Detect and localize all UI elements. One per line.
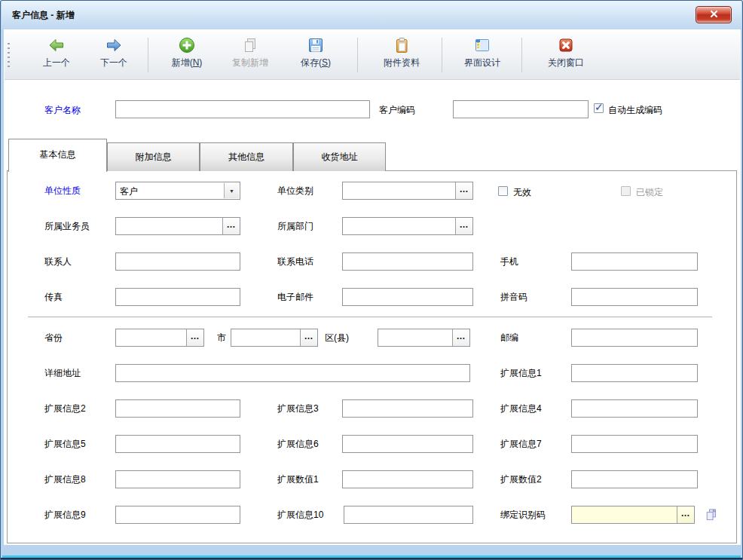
department-label: 所属部门 <box>277 221 313 231</box>
ext8-input[interactable] <box>116 471 240 488</box>
save-button[interactable]: 保存(S) <box>285 35 347 76</box>
ext2-input[interactable] <box>116 400 240 417</box>
tab-other-info[interactable]: 其他信息 <box>200 142 293 171</box>
copy-binding-code-icon[interactable] <box>704 507 719 522</box>
close-window-label: 关闭窗口 <box>530 57 601 69</box>
fax-field[interactable] <box>115 288 240 306</box>
ext3-field[interactable] <box>342 399 473 418</box>
customer-code-label: 客户编码 <box>379 105 415 115</box>
window-design-icon <box>473 36 491 54</box>
phone-input[interactable] <box>343 253 472 270</box>
ellipsis-button[interactable]: … <box>452 329 469 346</box>
ext5-field[interactable] <box>115 435 240 453</box>
customer-info-window: 客户信息 - 新增 上一个 下一个 <box>0 0 743 560</box>
ext7-input[interactable] <box>572 436 697 452</box>
ext1-field[interactable] <box>571 364 698 382</box>
extnum1-input[interactable] <box>343 471 472 488</box>
pinyin-field[interactable] <box>571 288 698 306</box>
ext5-label: 扩展信息5 <box>44 439 86 449</box>
arrow-right-icon <box>105 36 123 54</box>
ext2-field[interactable] <box>115 399 240 418</box>
department-field[interactable]: … <box>342 217 473 235</box>
ext4-input[interactable] <box>572 400 697 417</box>
ext8-field[interactable] <box>115 470 240 488</box>
zipcode-input[interactable] <box>572 329 697 346</box>
city-field[interactable]: … <box>231 329 318 347</box>
ui-design-button[interactable]: 界面设计 <box>449 35 515 76</box>
toolbar-grip-handle[interactable] <box>7 41 11 69</box>
province-field[interactable]: … <box>115 329 204 347</box>
copy-new-label: 复制新增 <box>222 57 279 69</box>
tab-shipping-label: 收货地址 <box>322 151 358 162</box>
ext9-input[interactable] <box>116 506 240 523</box>
ext4-field[interactable] <box>571 399 698 418</box>
new-button[interactable]: 新增(N) <box>155 35 219 76</box>
customer-name-field[interactable] <box>115 100 370 118</box>
ellipsis-button[interactable]: … <box>300 329 317 346</box>
email-label: 电子邮件 <box>277 292 313 302</box>
ellipsis-button[interactable]: … <box>455 182 472 199</box>
customer-name-input[interactable] <box>116 101 369 118</box>
ext3-input[interactable] <box>343 400 472 417</box>
tab-extra-info[interactable]: 附加信息 <box>107 142 200 171</box>
email-field[interactable] <box>342 288 473 306</box>
auto-code-checkbox[interactable]: ✓ <box>594 103 604 113</box>
phone-label: 联系电话 <box>277 256 313 267</box>
tab-basic-info[interactable]: 基本信息 <box>8 139 107 172</box>
mobile-field[interactable] <box>571 252 698 271</box>
titlebar-close-button[interactable] <box>696 6 732 23</box>
district-field[interactable]: … <box>378 329 470 347</box>
pinyin-label: 拼音码 <box>500 292 527 302</box>
customer-code-field[interactable] <box>453 100 589 118</box>
ext1-label: 扩展信息1 <box>500 368 542 378</box>
ellipsis-button[interactable]: … <box>677 506 694 523</box>
prev-button[interactable]: 上一个 <box>32 35 81 76</box>
ellipsis-button[interactable]: … <box>186 329 203 346</box>
contact-input[interactable] <box>116 253 240 270</box>
ext1-input[interactable] <box>572 365 697 381</box>
chevron-down-icon[interactable]: ▼ <box>224 183 239 198</box>
extnum1-label: 扩展数值1 <box>277 474 319 485</box>
customer-code-input[interactable] <box>454 101 588 118</box>
zipcode-field[interactable] <box>571 329 698 347</box>
tab-shipping-address[interactable]: 收货地址 <box>293 142 386 171</box>
ellipsis-button[interactable]: … <box>222 218 240 234</box>
pinyin-input[interactable] <box>572 289 697 305</box>
toolbar-separator <box>521 38 522 72</box>
extnum2-field[interactable] <box>571 470 698 488</box>
binding-code-input[interactable] <box>572 506 694 523</box>
binding-code-field[interactable]: … <box>571 506 695 524</box>
address-field[interactable] <box>115 364 470 382</box>
unit-category-input[interactable] <box>343 182 472 199</box>
window-bottom-edge <box>1 558 742 559</box>
email-input[interactable] <box>343 289 472 305</box>
ext10-field[interactable] <box>344 506 473 524</box>
ext9-field[interactable] <box>115 506 240 524</box>
attachments-button[interactable]: 附件资料 <box>365 35 439 76</box>
ext6-field[interactable] <box>342 435 473 453</box>
contact-field[interactable] <box>115 252 240 271</box>
ext5-input[interactable] <box>116 436 240 452</box>
unit-category-field[interactable]: … <box>342 182 473 200</box>
address-label: 详细地址 <box>44 368 81 378</box>
ext7-field[interactable] <box>571 435 698 453</box>
ext10-input[interactable] <box>344 506 472 523</box>
invalid-checkbox[interactable] <box>498 186 508 196</box>
address-input[interactable] <box>116 365 469 381</box>
department-input[interactable] <box>343 218 472 234</box>
save-floppy-icon <box>307 36 325 54</box>
phone-field[interactable] <box>342 252 473 271</box>
close-window-button[interactable]: 关闭窗口 <box>530 35 601 76</box>
salesman-input[interactable] <box>116 218 240 234</box>
ellipsis-button[interactable]: … <box>455 218 472 234</box>
extnum1-field[interactable] <box>342 470 473 488</box>
salesman-field[interactable]: … <box>115 217 240 235</box>
extnum2-input[interactable] <box>572 471 697 488</box>
customer-name-label: 客户名称 <box>44 105 81 115</box>
mobile-input[interactable] <box>572 253 697 270</box>
unit-type-combobox[interactable]: 客户 ▼ <box>115 182 240 200</box>
ext6-input[interactable] <box>343 436 472 452</box>
fax-input[interactable] <box>116 289 240 305</box>
salesman-label: 所属业务员 <box>44 221 90 231</box>
next-button[interactable]: 下一个 <box>87 35 140 76</box>
